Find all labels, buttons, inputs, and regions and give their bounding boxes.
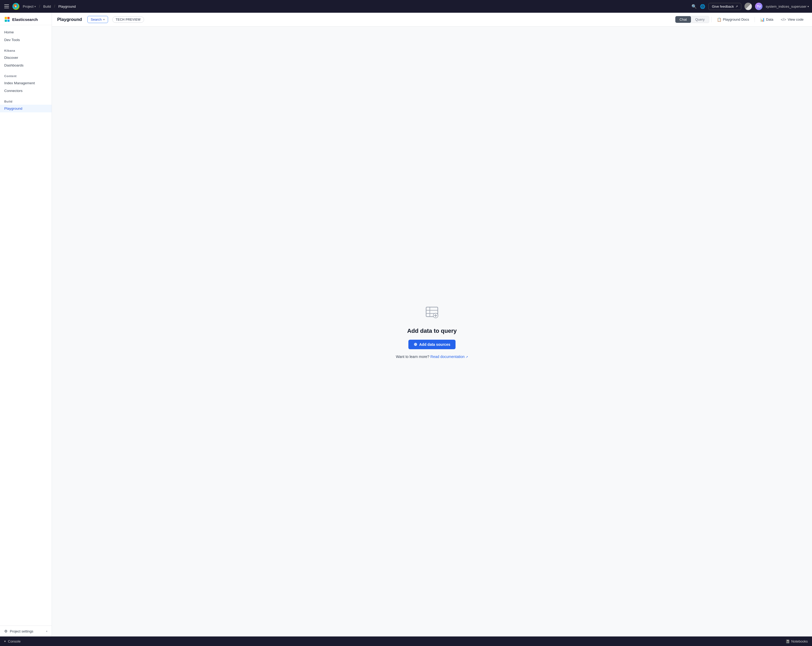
console-label: Console xyxy=(8,639,21,643)
project-settings-chevron: ▾ xyxy=(46,630,47,633)
learn-more: Want to learn more? Read documentation ↗ xyxy=(396,355,468,359)
chat-tab[interactable]: Chat xyxy=(675,16,691,23)
home-label: Home xyxy=(4,30,14,34)
docs-icon: 📋 xyxy=(717,17,722,22)
hamburger-menu[interactable] xyxy=(3,3,10,9)
give-feedback-label: Give feedback xyxy=(712,5,734,8)
search-button-label: Search xyxy=(91,17,102,21)
page-title: Playground xyxy=(57,17,82,22)
sidebar-header: Elasticsearch xyxy=(0,13,52,25)
content-section-label: Content xyxy=(0,73,52,79)
search-dropdown-button[interactable]: Search ▾ xyxy=(87,16,108,23)
view-code-label: View code xyxy=(788,17,803,21)
project-settings-item[interactable]: ⚙ Project settings ▾ xyxy=(0,626,52,637)
view-code-button[interactable]: </> View code xyxy=(778,16,807,23)
topbar-right: 🔍 🌐 Give feedback ↗ TU system_indices_su… xyxy=(691,3,809,10)
sidebar-item-dev-tools[interactable]: Dev Tools xyxy=(0,36,52,44)
add-data-sources-label: Add data sources xyxy=(419,342,450,347)
project-chevron: ▾ xyxy=(34,5,36,8)
empty-state-title: Add data to query xyxy=(407,328,456,334)
sidebar-build-section: Build Playground xyxy=(0,96,52,113)
sidebar-standalone-section: Home Dev Tools xyxy=(0,25,52,45)
external-link-icon: ↗ xyxy=(736,5,738,8)
build-section-label: Build xyxy=(0,99,52,105)
external-link-icon-docs: ↗ xyxy=(466,355,468,358)
read-documentation-link[interactable]: Read documentation ↗ xyxy=(430,355,468,359)
subheader-divider-2 xyxy=(754,17,755,22)
sidebar-content-section: Content Index Management Connectors xyxy=(0,70,52,96)
console-toggle[interactable]: ▾ Console xyxy=(4,639,21,643)
sidebar: Elasticsearch Home Dev Tools Kibana Disc… xyxy=(0,13,52,637)
sidebar-item-home[interactable]: Home xyxy=(0,28,52,36)
content-area: Playground Search ▾ TECH PREVIEW Chat Qu… xyxy=(52,13,812,637)
build-nav[interactable]: Build xyxy=(43,5,51,8)
user-label: system_indices_superuser xyxy=(766,5,806,8)
search-chevron-icon: ▾ xyxy=(103,18,105,21)
search-icon[interactable]: 🔍 xyxy=(691,4,697,9)
notebooks-button[interactable]: 📓 Notebooks xyxy=(786,639,808,643)
bottom-bar: ▾ Console 📓 Notebooks xyxy=(0,637,812,646)
kibana-section-label: Kibana xyxy=(0,48,52,54)
user-chevron: ▾ xyxy=(807,5,809,8)
sidebar-bottom: ⚙ Project settings ▾ xyxy=(0,626,52,637)
playground-sidebar-label: Playground xyxy=(4,107,22,110)
data-button[interactable]: 📊 Data xyxy=(757,16,777,23)
tech-preview-badge: TECH PREVIEW xyxy=(112,17,144,23)
topbar: e Project ▾ / Build / Playground 🔍 🌐 Giv… xyxy=(0,0,812,13)
settings-icon: ⚙ xyxy=(4,629,8,633)
playground-docs-label: Playground Docs xyxy=(723,17,749,21)
project-nav[interactable]: Project ▾ xyxy=(23,5,36,8)
data-label: Data xyxy=(766,17,773,21)
main-layout: Elasticsearch Home Dev Tools Kibana Disc… xyxy=(0,13,812,637)
elastic-logo: e xyxy=(12,3,20,10)
svg-rect-6 xyxy=(8,20,9,22)
empty-state: Add data to query ⊕ Add data sources Wan… xyxy=(385,294,479,369)
globe-icon[interactable]: 🌐 xyxy=(700,4,705,9)
build-label: Build xyxy=(43,5,51,8)
playground-nav: Playground xyxy=(58,5,76,8)
project-settings-label: Project settings xyxy=(10,629,34,633)
sidebar-item-connectors[interactable]: Connectors xyxy=(0,87,52,95)
query-tab[interactable]: Query xyxy=(691,16,709,23)
empty-state-icon xyxy=(424,305,440,322)
query-label: Query xyxy=(695,17,705,21)
add-icon: ⊕ xyxy=(414,342,417,347)
chat-query-toggle: Chat Query xyxy=(675,16,709,23)
playground-docs-button[interactable]: 📋 Playground Docs xyxy=(714,16,752,23)
code-icon: </> xyxy=(781,17,786,22)
svg-rect-3 xyxy=(5,17,7,19)
svg-rect-4 xyxy=(8,17,9,19)
playground-label: Playground xyxy=(58,5,76,8)
chevron-down-icon: ▾ xyxy=(4,640,6,643)
connectors-label: Connectors xyxy=(4,89,23,93)
data-icon: 📊 xyxy=(760,17,765,22)
svg-rect-5 xyxy=(5,20,7,22)
avatar-initials: TU xyxy=(757,5,761,8)
subheader: Playground Search ▾ TECH PREVIEW Chat Qu… xyxy=(52,13,812,26)
subheader-right: Chat Query 📋 Playground Docs 📊 Data xyxy=(675,16,807,23)
project-label: Project xyxy=(23,5,34,8)
elasticsearch-icon xyxy=(4,17,10,22)
notebooks-label: Notebooks xyxy=(791,639,808,643)
sidebar-item-dashboards[interactable]: Dashboards xyxy=(0,61,52,69)
nav-separator-2: / xyxy=(54,4,55,8)
add-data-sources-button[interactable]: ⊕ Add data sources xyxy=(408,340,455,349)
index-management-label: Index Management xyxy=(4,81,35,85)
sidebar-kibana-section: Kibana Discover Dashboards xyxy=(0,45,52,70)
read-docs-label: Read documentation xyxy=(430,355,464,359)
sidebar-item-playground[interactable]: Playground xyxy=(0,105,52,112)
avatar[interactable]: TU xyxy=(755,3,763,10)
notebooks-icon: 📓 xyxy=(786,639,790,643)
chat-label: Chat xyxy=(679,17,687,21)
learn-more-text: Want to learn more? xyxy=(396,355,429,359)
svg-text:e: e xyxy=(15,5,17,8)
sidebar-item-index-management[interactable]: Index Management xyxy=(0,79,52,87)
theme-toggle[interactable] xyxy=(745,3,752,10)
dashboards-label: Dashboards xyxy=(4,63,24,67)
user-menu[interactable]: system_indices_superuser ▾ xyxy=(766,5,809,8)
discover-label: Discover xyxy=(4,56,18,60)
give-feedback-button[interactable]: Give feedback ↗ xyxy=(708,3,741,10)
dev-tools-label: Dev Tools xyxy=(4,38,20,42)
sidebar-item-discover[interactable]: Discover xyxy=(0,54,52,61)
main-content: Add data to query ⊕ Add data sources Wan… xyxy=(52,26,812,637)
